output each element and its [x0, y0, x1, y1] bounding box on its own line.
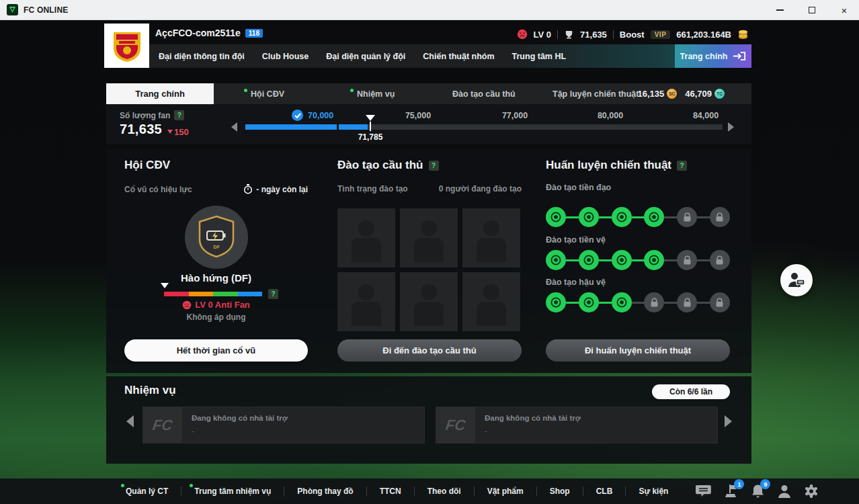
fan-label-row: Số lượng fan ?: [120, 110, 184, 120]
tactic-node-locked[interactable]: [644, 292, 664, 312]
club-flag-icon[interactable]: 1: [724, 484, 739, 499]
tactic-connector: [566, 302, 579, 304]
fan-level-row: LV 0 Anti Fan: [124, 300, 308, 310]
tactic-node-done[interactable]: [644, 207, 664, 227]
fan-help-icon[interactable]: ?: [174, 110, 184, 120]
menu-shop[interactable]: Shop: [536, 487, 583, 496]
missions-section: Nhiệm vụ Còn 6/6 lần FC Đang không có nh…: [106, 376, 751, 464]
bell-icon[interactable]: 9: [751, 484, 765, 499]
nav-club-house[interactable]: Club House: [262, 52, 309, 61]
new-dot: [244, 89, 247, 92]
tactic-node-done[interactable]: [546, 250, 566, 270]
training-count-label: 0 người đang đào tạo: [439, 184, 522, 194]
midfield-training-track: [546, 250, 730, 270]
checkpoint-check-icon: [292, 110, 303, 121]
nav-group-tactics[interactable]: Chiến thuật nhóm: [423, 52, 494, 61]
home-button[interactable]: Trang chính: [675, 44, 751, 68]
new-dot: [121, 484, 124, 487]
tactic-connector: [599, 259, 612, 261]
tactic-node-done[interactable]: [612, 207, 632, 227]
gauge-help-icon[interactable]: ?: [268, 289, 278, 299]
goto-training-button[interactable]: Đi đến đào tạo cầu thủ: [337, 339, 522, 362]
milestone-84000: 84,000: [693, 111, 719, 120]
profile-icon[interactable]: [777, 484, 792, 499]
nav-team-manage[interactable]: Đại diện quản lý đội: [326, 52, 405, 61]
missions-left-arrow[interactable]: [126, 415, 134, 427]
tab-home[interactable]: Trang chính: [106, 83, 214, 104]
tactic-node-locked[interactable]: [677, 207, 697, 227]
tactic-node-done[interactable]: [612, 250, 632, 270]
checkpoint-label: 70,000: [308, 111, 333, 120]
menu-su-kien[interactable]: Sự kiện: [625, 487, 681, 496]
menu-theo-doi[interactable]: Theo dõi: [414, 487, 474, 496]
tab-missions[interactable]: Nhiệm vụ: [350, 83, 395, 104]
sponsor-card[interactable]: FC Đang không có nhà tài trợ -: [142, 407, 425, 444]
header: AçcFCO-com2511e 118 LV 0 71,635 Boost VI…: [104, 24, 751, 68]
fan-value-row: 71,635 150: [120, 122, 189, 137]
nav-training-center[interactable]: Trung tâm HL: [512, 52, 567, 61]
tactics-help-icon[interactable]: ?: [677, 161, 687, 171]
account-name: AçcFCO-com2511e: [155, 28, 241, 38]
cheer-timeout-button[interactable]: Hết thời gian cổ vũ: [124, 339, 308, 362]
slider-right-arrow[interactable]: [728, 122, 734, 132]
menu-quan-ly-ct[interactable]: Quản lý CT: [113, 487, 181, 496]
sponsor-card[interactable]: FC Đang không có nhà tài trợ -: [436, 407, 718, 444]
menu-vat-pham[interactable]: Vật phẩm: [474, 487, 536, 496]
fan-note: Không áp dụng: [124, 312, 308, 322]
fan-progress-fill: [245, 124, 368, 130]
new-dot: [190, 484, 193, 487]
tactic-connector: [697, 216, 710, 218]
tactic-node-done[interactable]: [546, 292, 566, 312]
close-button[interactable]: ×: [831, 0, 858, 20]
current-fan-marker[interactable]: [366, 115, 375, 121]
menu-phong-thay-do[interactable]: Phòng thay đồ: [284, 487, 366, 496]
tactic-node-done[interactable]: [579, 250, 599, 270]
missions-remaining-badge[interactable]: Còn 6/6 lần: [652, 384, 730, 399]
tab-strip: Trang chính Hội CĐV Nhiệm vụ Đào tạo cầu…: [106, 83, 751, 104]
tactic-node-locked[interactable]: [710, 292, 730, 312]
tactics-title: Huấn luyện chiến thuật: [546, 159, 671, 172]
support-chat-fab[interactable]: [780, 264, 813, 296]
tab-tactic-training[interactable]: Tập luyện chiến thuật: [553, 83, 639, 104]
tactic-node-done[interactable]: [612, 292, 632, 312]
minimize-button[interactable]: [766, 0, 793, 20]
goto-tactics-button[interactable]: Đi huấn luyện chiến thuật: [546, 339, 730, 362]
tactic-node-locked[interactable]: [710, 207, 730, 227]
menu-trung-tam-nhiem-vu[interactable]: Trung tâm nhiệm vụ: [181, 487, 284, 496]
vip-badge[interactable]: VIP: [651, 30, 671, 39]
tactic-node-locked[interactable]: [710, 250, 730, 270]
anti-fan-face-icon: [182, 300, 192, 310]
tactic-node-done[interactable]: [579, 292, 599, 312]
gauge-marker-icon: [161, 283, 169, 293]
training-title: Đào tạo cầu thủ: [337, 159, 423, 172]
missions-right-arrow[interactable]: [725, 415, 732, 427]
training-slots: [337, 208, 522, 331]
tactic-node-locked[interactable]: [677, 292, 697, 312]
tactic-node-done[interactable]: [579, 207, 599, 227]
nav-team-info[interactable]: Đại diện thông tin đội: [159, 52, 245, 61]
tactic-node-done[interactable]: [644, 250, 664, 270]
current-fan-value: 71,785: [347, 132, 394, 142]
menu-ttcn[interactable]: TTCN: [366, 487, 414, 496]
maximize-button[interactable]: [799, 0, 825, 20]
forward-training-track: [546, 207, 730, 227]
tactic-node-done[interactable]: [546, 207, 566, 227]
header-nav: Đại diện thông tin đội Club House Đại di…: [149, 44, 751, 68]
tab-fanclub[interactable]: Hội CĐV: [244, 83, 284, 104]
tactic-node-locked[interactable]: [677, 250, 697, 270]
fan-progress-track: [245, 124, 723, 130]
training-status-label: Tình trạng đào tạo: [337, 184, 408, 194]
fanclub-title: Hội CĐV: [124, 159, 170, 172]
tactic-connector: [632, 302, 645, 304]
tactic-connector: [632, 259, 645, 261]
chat-icon[interactable]: [696, 485, 712, 498]
menu-clb[interactable]: CLB: [583, 487, 626, 496]
slider-left-arrow[interactable]: [231, 122, 237, 132]
tab-player-training[interactable]: Đào tạo cầu thủ: [452, 83, 516, 104]
tactic-connector: [632, 216, 645, 218]
tc-coin-icon: TC: [714, 89, 725, 99]
milestone-80000: 80,000: [598, 111, 623, 120]
settings-gear-icon[interactable]: [804, 484, 819, 499]
training-help-icon[interactable]: ?: [429, 161, 439, 171]
currency-sc: 16,135SC: [637, 89, 677, 99]
